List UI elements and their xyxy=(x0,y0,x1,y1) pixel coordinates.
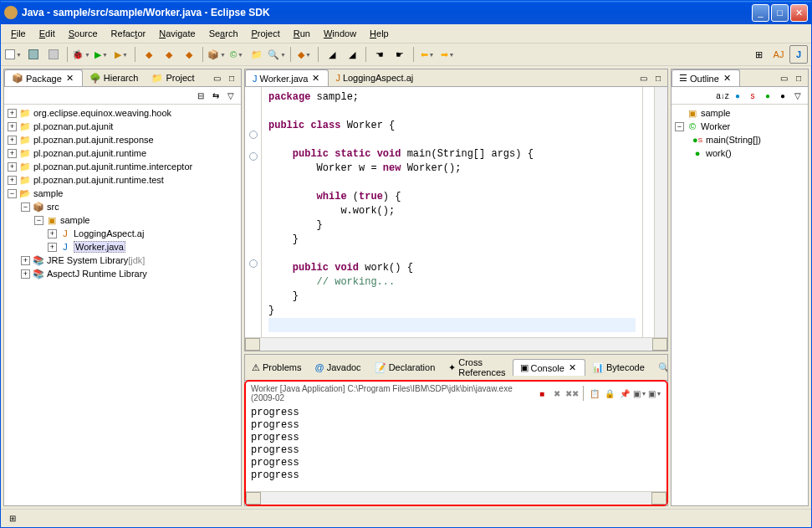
outline-method[interactable]: ●work() xyxy=(673,146,806,160)
tab-search[interactable]: 🔍 Search xyxy=(651,360,667,376)
menu-navigate[interactable]: Navigate xyxy=(154,27,200,40)
menu-project[interactable]: Project xyxy=(247,27,285,40)
aj-apply-button[interactable]: ◆▼ xyxy=(295,45,314,64)
outline-class[interactable]: −©Worker xyxy=(673,120,806,133)
editor-gutter[interactable] xyxy=(245,87,262,337)
tab-hierarchy[interactable]: 🌳 Hierarch xyxy=(83,70,146,86)
back-button[interactable]: ⬅▼ xyxy=(418,45,437,64)
hide-fields-icon[interactable]: ● xyxy=(731,89,744,102)
nav-tool4[interactable]: ☛ xyxy=(391,45,409,64)
menu-edit[interactable]: Edit xyxy=(34,27,60,40)
collapse-all-icon[interactable]: ⊟ xyxy=(194,89,207,102)
remove-button[interactable]: ✖ xyxy=(550,387,564,400)
minimize-icon[interactable]: ▭ xyxy=(777,71,790,85)
new-button[interactable]: ▼ xyxy=(4,45,23,64)
editor-tab-logging[interactable]: J LoggingAspect.aj xyxy=(329,70,420,85)
tree-package[interactable]: −▣sample xyxy=(6,213,239,227)
open-console-button[interactable]: ▣▼ xyxy=(648,387,661,400)
view-menu-icon[interactable]: ▽ xyxy=(791,89,804,102)
tab-cross-ref[interactable]: ✦ Cross References xyxy=(442,355,512,380)
menu-help[interactable]: Help xyxy=(365,27,394,40)
save-button[interactable] xyxy=(24,45,43,64)
remove-all-button[interactable]: ✖✖ xyxy=(565,387,579,400)
titlebar[interactable]: Java - sample/src/sample/Worker.java - E… xyxy=(1,1,811,24)
tree-jre[interactable]: +📚JRE System Library [jdk] xyxy=(6,254,239,267)
link-editor-icon[interactable]: ⇆ xyxy=(209,89,222,102)
perspective-open[interactable]: ⊞ xyxy=(749,45,768,64)
hide-nonpublic-icon[interactable]: ● xyxy=(761,89,774,102)
minimize-icon[interactable]: ▭ xyxy=(636,71,650,85)
scrollbar-vertical[interactable] xyxy=(654,87,667,337)
tab-project-explorer[interactable]: 📁 Project xyxy=(145,70,201,86)
display-button[interactable]: ▣▼ xyxy=(633,387,646,400)
close-icon[interactable]: ✕ xyxy=(310,73,321,84)
menu-search[interactable]: Search xyxy=(204,27,243,40)
maximize-icon[interactable]: □ xyxy=(792,71,805,85)
nav-tool1[interactable]: ◢ xyxy=(323,45,341,64)
pin-console-button[interactable]: 📌 xyxy=(618,387,631,400)
minimize-icon[interactable]: ▭ xyxy=(210,71,223,85)
close-icon[interactable]: ✕ xyxy=(64,73,75,84)
tree-src[interactable]: −📦src xyxy=(6,200,239,213)
new-class-button[interactable]: ©▼ xyxy=(227,45,246,64)
maximize-icon[interactable]: □ xyxy=(651,71,665,85)
new-package-button[interactable]: 📦▼ xyxy=(207,45,226,64)
terminate-button[interactable]: ■ xyxy=(535,387,549,400)
nav-tool3[interactable]: ☚ xyxy=(370,45,389,64)
tree-project[interactable]: +📁pl.poznan.put.ajunit.runtime xyxy=(6,146,239,160)
perspective-java[interactable]: J xyxy=(789,45,808,64)
scroll-lock-button[interactable]: 🔒 xyxy=(603,387,616,400)
maximize-icon[interactable]: □ xyxy=(225,71,238,85)
close-button[interactable]: ✕ xyxy=(790,4,808,22)
status-icon[interactable]: ⊞ xyxy=(6,512,19,525)
hide-static-icon[interactable]: s xyxy=(746,89,759,102)
clear-console-button[interactable]: 📋 xyxy=(588,387,601,400)
fold-icon[interactable] xyxy=(249,152,258,161)
tab-console[interactable]: ▣ Console ✕ xyxy=(513,359,585,376)
tab-javadoc[interactable]: @ Javadoc xyxy=(308,360,367,375)
menu-source[interactable]: Source xyxy=(64,27,103,40)
debug-button[interactable]: 🐞▼ xyxy=(72,45,90,64)
tab-outline[interactable]: ☰ Outline ✕ xyxy=(672,69,740,86)
tree-project[interactable]: +📁pl.poznan.put.ajunit.runtime.test xyxy=(6,173,239,187)
tree-project[interactable]: +📁pl.poznan.put.ajunit.response xyxy=(6,133,239,146)
run-ext-button[interactable]: ▶▼ xyxy=(112,45,130,64)
outline-package[interactable]: ▣sample xyxy=(673,106,806,120)
perspective-aspectj[interactable]: AJ xyxy=(769,45,788,64)
menu-refactor[interactable]: Refactor xyxy=(106,27,151,40)
menu-run[interactable]: Run xyxy=(289,27,315,40)
fold-icon[interactable] xyxy=(249,259,258,268)
outline-tree[interactable]: ▣sample −©Worker ●Smain(String[]) ●work(… xyxy=(672,105,808,505)
open-type-button[interactable]: 📁 xyxy=(248,45,266,64)
scrollbar-horizontal[interactable] xyxy=(245,337,667,351)
search-button[interactable]: 🔍▼ xyxy=(268,45,286,64)
tab-package-explorer[interactable]: 📦 Package ✕ xyxy=(4,69,83,86)
aj-tool2[interactable]: ◆ xyxy=(160,45,178,64)
code-editor[interactable]: package sample; public class Worker { pu… xyxy=(262,87,642,337)
tree-project[interactable]: +📁pl.poznan.put.ajunit xyxy=(6,120,239,133)
tree-project[interactable]: +📁org.eclipse.equinox.weaving.hook xyxy=(6,106,239,120)
tab-bytecode[interactable]: 📊 Bytecode xyxy=(585,360,651,376)
minimize-button[interactable]: _ xyxy=(752,4,769,22)
tree-file-java[interactable]: +JWorker.java xyxy=(6,240,239,254)
aj-tool1[interactable]: ◆ xyxy=(140,45,158,64)
outline-method[interactable]: ●Smain(String[]) xyxy=(673,133,806,146)
tab-problems[interactable]: ⚠ Problems xyxy=(245,360,308,376)
sort-icon[interactable]: a↓z xyxy=(716,89,729,102)
close-icon[interactable]: ✕ xyxy=(722,73,733,84)
console-scrollbar[interactable] xyxy=(246,491,666,505)
forward-button[interactable]: ➡▼ xyxy=(438,45,457,64)
console-output[interactable]: progress progress progress progress prog… xyxy=(246,405,666,491)
tree-file-aj[interactable]: +JLoggingAspect.aj xyxy=(6,227,239,240)
tree-project-sample[interactable]: −📂sample xyxy=(6,187,239,200)
hide-local-icon[interactable]: ● xyxy=(776,89,789,102)
tab-declaration[interactable]: 📝 Declaration xyxy=(368,360,442,376)
tree-project[interactable]: +📁pl.poznan.put.ajunit.runtime.intercept… xyxy=(6,160,239,173)
close-icon[interactable]: ✕ xyxy=(567,362,578,373)
fold-icon[interactable] xyxy=(249,131,258,139)
menu-file[interactable]: File xyxy=(6,27,31,40)
menu-window[interactable]: Window xyxy=(319,27,361,40)
view-menu-icon[interactable]: ▽ xyxy=(224,89,237,102)
editor-tab-worker[interactable]: J Worker.java ✕ xyxy=(245,69,329,86)
save-all-button[interactable] xyxy=(44,45,63,64)
